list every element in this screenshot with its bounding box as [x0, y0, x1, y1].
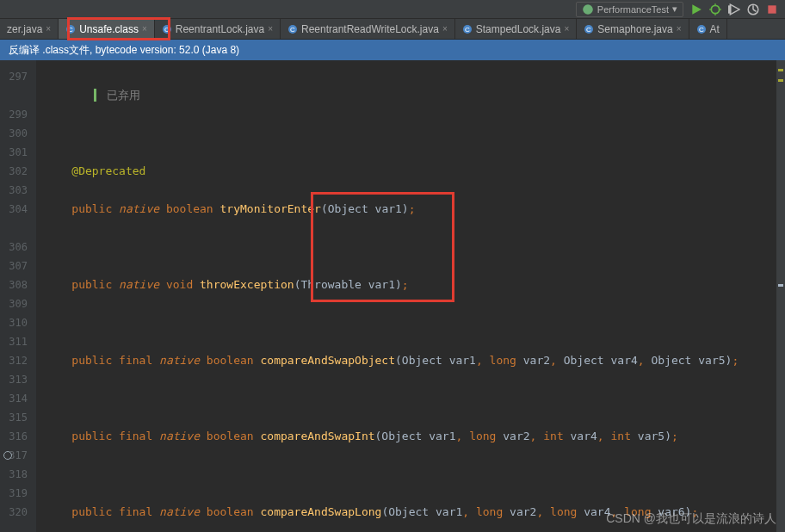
decompile-info-bar: 反编译 .class文件, bytecode version: 52.0 (Ja…: [0, 40, 785, 60]
app-icon: [582, 3, 594, 15]
class-icon: C: [696, 24, 707, 34]
class-icon: C: [65, 24, 76, 34]
stop-icon[interactable]: [766, 3, 778, 15]
info-bar-text: 反编译 .class文件, bytecode version: 52.0 (Ja…: [9, 43, 239, 58]
svg-text:C: C: [290, 26, 295, 34]
run-icon[interactable]: [690, 3, 702, 15]
tab-unsafe-class[interactable]: C Unsafe.class×: [59, 19, 155, 39]
class-icon: C: [162, 24, 172, 34]
tab-semaphore[interactable]: C Semaphore.java×: [577, 19, 689, 39]
run-config-dropdown[interactable]: PerformanceTest ▾: [576, 2, 683, 17]
coverage-icon[interactable]: [728, 3, 740, 15]
svg-rect-6: [728, 5, 732, 13]
svg-text:C: C: [164, 26, 170, 34]
editor-scrollbar[interactable]: [776, 60, 785, 532]
svg-text:C: C: [699, 26, 704, 34]
tab-reentrantlock[interactable]: C ReentrantLock.java×: [155, 19, 281, 39]
deprecated-comment: 已弃用: [94, 89, 140, 102]
close-icon[interactable]: ×: [46, 24, 51, 34]
code-area[interactable]: 已弃用 @Deprecated public native boolean tr…: [36, 60, 785, 532]
class-icon: C: [462, 24, 473, 34]
main-toolbar: PerformanceTest ▾: [0, 0, 785, 19]
close-icon[interactable]: ×: [142, 24, 147, 34]
recent-icon[interactable]: [557, 3, 569, 15]
svg-text:C: C: [586, 26, 591, 34]
close-icon[interactable]: ×: [677, 24, 682, 34]
tab-at[interactable]: C At: [689, 19, 727, 39]
class-icon: C: [584, 24, 594, 34]
run-config-label: PerformanceTest: [597, 4, 669, 15]
editor-tabs: zer.java× C Unsafe.class× C ReentrantLoc…: [0, 19, 785, 40]
watermark: CSDN @我也可以是流浪的诗人: [606, 511, 776, 527]
svg-point-1: [711, 5, 719, 13]
svg-rect-8: [768, 5, 776, 13]
svg-point-0: [583, 4, 593, 15]
svg-text:C: C: [68, 26, 73, 34]
code-editor: 297 299 300 301 302 303 304 306 307 308 …: [0, 60, 785, 532]
profiler-icon[interactable]: [747, 3, 759, 15]
debug-icon[interactable]: [709, 3, 721, 15]
tab-stampedlock[interactable]: C StampedLock.java×: [455, 19, 578, 39]
tab-reentrantreadwritelock[interactable]: C ReentrantReadWriteLock.java×: [281, 19, 455, 39]
svg-text:C: C: [465, 26, 470, 34]
close-icon[interactable]: ×: [442, 24, 448, 34]
close-icon[interactable]: ×: [564, 24, 569, 34]
line-gutter[interactable]: 297 299 300 301 302 303 304 306 307 308 …: [0, 60, 36, 532]
chevron-down-icon: ▾: [672, 3, 677, 15]
class-icon: C: [287, 24, 298, 34]
close-icon[interactable]: ×: [268, 24, 273, 34]
tab-zer-java[interactable]: zer.java×: [0, 19, 59, 39]
